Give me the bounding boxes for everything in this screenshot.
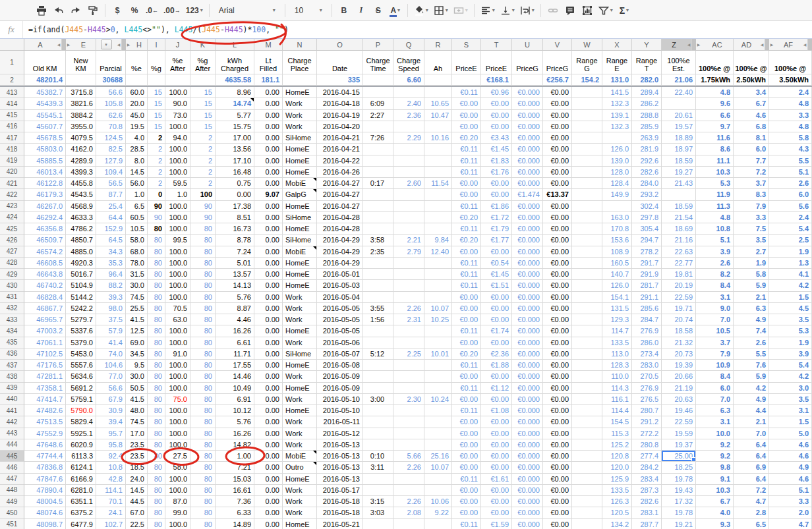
cell-e449[interactable]: 6351.1 bbox=[66, 496, 96, 507]
cell-e438[interactable]: 5634.6 bbox=[66, 371, 96, 382]
cell-q429[interactable] bbox=[393, 269, 424, 280]
cell-af2[interactable]: 3.50kWh bbox=[769, 74, 812, 86]
cell-t442[interactable]: €0.00 bbox=[481, 416, 512, 428]
cell-v428[interactable]: €0.00 bbox=[543, 258, 572, 269]
cell-z448[interactable]: 19.43 bbox=[662, 485, 696, 496]
cell-f2[interactable]: 30688 bbox=[96, 74, 126, 86]
cell-r1[interactable]: Ah bbox=[424, 51, 452, 74]
cell-p443[interactable] bbox=[363, 428, 393, 439]
cell-e415[interactable]: 3884.2 bbox=[66, 110, 96, 121]
cell-o448[interactable]: 2016-05-17 bbox=[317, 485, 363, 496]
cell-i425[interactable]: 80 bbox=[148, 223, 165, 235]
cell-i431[interactable]: 80 bbox=[148, 292, 165, 303]
cell-q436[interactable]: 2.25 bbox=[393, 348, 424, 360]
cell-t446[interactable]: €0.00 bbox=[481, 462, 512, 473]
cell-u417[interactable]: €0.000 bbox=[512, 132, 543, 144]
cell-h439[interactable]: 50.5 bbox=[126, 383, 148, 394]
cell-x414[interactable]: 132.3 bbox=[602, 98, 632, 109]
cell-j422[interactable]: 1.0 bbox=[165, 189, 190, 200]
cell-u429[interactable]: €0.000 bbox=[512, 269, 543, 280]
cell-ad422[interactable]: 8.3 bbox=[734, 189, 769, 200]
cell-n423[interactable]: HomeE bbox=[283, 201, 317, 212]
cell-v419[interactable]: €0.00 bbox=[543, 155, 572, 167]
cell-l425[interactable]: 16.73 bbox=[216, 223, 254, 235]
cell-ac427[interactable]: 3.9 bbox=[696, 246, 734, 258]
cell-s442[interactable]: €0.00 bbox=[452, 416, 481, 428]
cell-e416[interactable]: 3955.0 bbox=[66, 121, 96, 132]
cell-r413[interactable] bbox=[424, 87, 452, 98]
cell-r418[interactable] bbox=[424, 144, 452, 155]
cell-v450[interactable]: €0.00 bbox=[543, 507, 572, 518]
row-header-416[interactable]: 416 bbox=[0, 121, 24, 132]
cell-t448[interactable]: €0.00 bbox=[481, 485, 512, 496]
cell-a423[interactable]: 46267.0 bbox=[24, 201, 66, 212]
cell-n448[interactable]: Work bbox=[283, 485, 317, 496]
cell-e432[interactable]: 5242.2 bbox=[66, 303, 96, 314]
cell-r426[interactable]: 9.84 bbox=[424, 235, 452, 246]
cell-af449[interactable]: 3.3 bbox=[769, 496, 812, 507]
cell-p418[interactable] bbox=[363, 144, 393, 155]
cell-h420[interactable]: 14.5 bbox=[126, 167, 148, 178]
cell-v446[interactable]: €0.00 bbox=[543, 462, 572, 473]
cell-s451[interactable]: €0.11 bbox=[452, 519, 481, 529]
cell-m435[interactable]: 0.00 bbox=[254, 337, 283, 348]
cell-h414[interactable]: 20.0 bbox=[126, 98, 148, 109]
cell-t414[interactable]: €0.00 bbox=[481, 98, 512, 109]
cell-i446[interactable]: 80 bbox=[148, 462, 165, 473]
cell-a451[interactable]: 48098.7 bbox=[24, 519, 66, 529]
cell-l419[interactable]: 17.10 bbox=[216, 155, 254, 167]
cell-ad419[interactable]: 7.7 bbox=[734, 155, 769, 167]
cell-h2[interactable] bbox=[126, 74, 148, 86]
cell-p445[interactable]: 0:10 bbox=[363, 451, 393, 462]
cell-p442[interactable] bbox=[363, 416, 393, 428]
cell-t449[interactable]: €0.00 bbox=[481, 496, 512, 507]
cell-e424[interactable]: 4633.3 bbox=[66, 212, 96, 223]
cell-t413[interactable]: €0.96 bbox=[481, 87, 512, 98]
cell-ac434[interactable]: 10.5 bbox=[696, 325, 734, 337]
cell-t2[interactable]: €168.1 bbox=[481, 74, 512, 86]
cell-af427[interactable]: 1.9 bbox=[769, 246, 812, 258]
cell-k436[interactable]: 80 bbox=[190, 348, 216, 360]
cell-x445[interactable]: 120.8 bbox=[602, 451, 632, 462]
cell-af1[interactable]: 100%e @ bbox=[769, 51, 812, 74]
cell-r449[interactable]: 10.06 bbox=[424, 496, 452, 507]
cell-m421[interactable]: 0.00 bbox=[254, 178, 283, 189]
column-header-o[interactable]: O bbox=[317, 39, 363, 51]
cell-n415[interactable]: Work bbox=[283, 110, 317, 121]
cell-w448[interactable] bbox=[572, 485, 602, 496]
cell-u436[interactable]: €0.000 bbox=[512, 348, 543, 360]
cell-r429[interactable] bbox=[424, 269, 452, 280]
cell-p446[interactable]: 3:11 bbox=[363, 462, 393, 473]
cell-s418[interactable]: €0.11 bbox=[452, 144, 481, 155]
cell-ac448[interactable]: 10.3 bbox=[696, 485, 734, 496]
column-header-z[interactable]: Z◀ bbox=[662, 39, 692, 51]
cell-z438[interactable]: 20.66 bbox=[662, 371, 696, 382]
cell-p427[interactable]: 2:35 bbox=[363, 246, 393, 258]
cell-l451[interactable]: 14.89 bbox=[216, 519, 254, 529]
cell-e437[interactable]: 5557.6 bbox=[66, 360, 96, 371]
cell-z446[interactable]: 18.25 bbox=[662, 462, 696, 473]
cell-s447[interactable]: €0.11 bbox=[452, 474, 481, 485]
cell-l434[interactable]: 16.26 bbox=[216, 325, 254, 337]
cell-x451[interactable]: 134.2 bbox=[602, 519, 632, 529]
cell-j433[interactable]: 63.0 bbox=[165, 314, 190, 325]
cell-i442[interactable]: 80 bbox=[148, 416, 165, 428]
cell-f438[interactable]: 77.0 bbox=[96, 371, 126, 382]
cell-a413[interactable]: 45382.7 bbox=[24, 87, 66, 98]
cell-t419[interactable]: €1.83 bbox=[481, 155, 512, 167]
cell-r421[interactable]: 11.54 bbox=[424, 178, 452, 189]
cell-af414[interactable]: 4.8 bbox=[769, 98, 812, 109]
cell-a444[interactable]: 47648.6 bbox=[24, 439, 66, 451]
cell-ad448[interactable]: 7.2 bbox=[734, 485, 769, 496]
cell-l448[interactable]: 16.61 bbox=[216, 485, 254, 496]
cell-k451[interactable]: 80 bbox=[190, 519, 216, 529]
cell-l428[interactable]: 5.01 bbox=[216, 258, 254, 269]
cell-z443[interactable]: 19.59 bbox=[662, 428, 696, 439]
cell-ac435[interactable]: 3.7 bbox=[696, 337, 734, 348]
cell-z426[interactable]: 21.16 bbox=[662, 235, 696, 246]
cell-f414[interactable]: 105.8 bbox=[96, 98, 126, 109]
row-header-423[interactable]: 423 bbox=[0, 201, 24, 212]
cell-q438[interactable] bbox=[393, 371, 424, 382]
cell-o433[interactable]: 2016-05-05 bbox=[317, 314, 363, 325]
column-header-t[interactable]: T bbox=[481, 39, 512, 51]
